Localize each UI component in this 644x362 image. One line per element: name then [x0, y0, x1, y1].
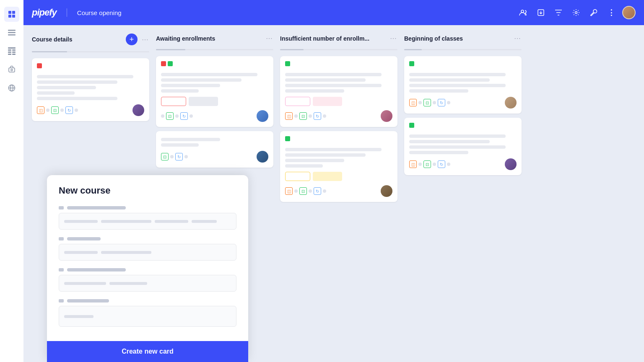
footer-icon-blue: ↻	[438, 99, 445, 106]
label-dot	[59, 299, 64, 303]
column-progress-insufficient	[280, 49, 397, 50]
card-footer: ◫ ⊡ ↻	[409, 158, 517, 170]
svg-rect-4	[8, 30, 16, 31]
form-group-2	[59, 237, 236, 261]
footer-icon-blue: ↻	[314, 112, 321, 120]
sidebar-item-globe[interactable]	[4, 80, 19, 96]
line2	[37, 80, 117, 84]
card-beginning-2[interactable]: ◫ ⊡ ↻	[404, 118, 522, 175]
svg-rect-13	[12, 54, 16, 55]
avatar-person6	[505, 97, 517, 109]
card-insufficient-1[interactable]: ◫ ⊡ ↻	[280, 56, 397, 127]
sidebar-item-automation[interactable]	[4, 62, 19, 77]
svg-point-19	[521, 10, 524, 13]
footer-icon-orange: ◫	[37, 106, 44, 114]
sidebar-item-grid[interactable]	[4, 7, 19, 22]
column-more-awaiting[interactable]: ⋯	[265, 34, 273, 43]
svg-rect-6	[8, 34, 16, 36]
form-label-row-2	[59, 237, 236, 240]
line1	[285, 73, 382, 76]
sidebar-item-table[interactable]	[4, 44, 19, 59]
people-icon[interactable]	[517, 6, 530, 19]
form-input-3[interactable]	[59, 275, 236, 292]
form-input-1[interactable]	[59, 213, 236, 230]
line2	[161, 143, 199, 147]
column-header-awaiting: Awaiting enrollments ⋯	[156, 34, 273, 45]
card-footer-1: ◫ ⊡ ↻	[37, 104, 144, 116]
card-avatar	[381, 110, 392, 122]
form-input-2[interactable]	[59, 244, 236, 261]
card-insufficient-2[interactable]: ◫ ⊡ ↻	[280, 131, 397, 202]
settings-icon[interactable]	[569, 6, 583, 19]
line3	[285, 159, 344, 162]
line1	[161, 138, 220, 141]
card-beginning-1[interactable]: ◫ ⊡ ↻	[404, 56, 522, 114]
input-placeholder	[101, 251, 151, 254]
card-awaiting-1[interactable]: ⊡ ↻	[156, 56, 273, 127]
svg-rect-5	[8, 32, 16, 34]
wrench-icon[interactable]	[587, 6, 600, 19]
card-badges	[285, 172, 392, 181]
card-content-lines	[409, 73, 517, 93]
more-vertical-icon[interactable]: ⋮	[605, 6, 618, 19]
new-card-panel: New course	[47, 175, 248, 362]
footer-dot-1	[294, 114, 298, 118]
create-new-card-button[interactable]: Create new card	[47, 341, 248, 362]
line4	[285, 164, 323, 168]
footer-icon-green: ⊡	[299, 187, 307, 195]
footer-icon-blue: ↻	[314, 187, 321, 195]
logo-area: pipefy Course opening	[32, 7, 122, 18]
line4	[37, 91, 75, 95]
footer-icons: ◫ ⊡ ↻	[409, 160, 502, 168]
column-more-beginning[interactable]: ⋯	[513, 34, 522, 43]
column-more-course-details[interactable]: ⋯	[141, 35, 149, 44]
input-placeholder	[109, 282, 147, 285]
card-content-lines	[285, 73, 392, 93]
footer-icon-blue: ↻	[438, 160, 445, 168]
svg-rect-8	[8, 49, 11, 51]
add-card-button-course-details[interactable]: +	[126, 34, 138, 45]
svg-rect-14	[9, 68, 15, 72]
card-avatar	[257, 151, 268, 163]
import-icon[interactable]	[534, 6, 548, 19]
user-avatar[interactable]	[622, 6, 636, 19]
sidebar-item-list[interactable]	[4, 25, 19, 40]
card-tags	[37, 63, 144, 72]
footer-dot-1	[294, 189, 298, 193]
card-avatar	[132, 104, 144, 116]
input-placeholder	[192, 220, 217, 223]
line5	[37, 97, 117, 100]
footer-dot-3	[323, 189, 326, 193]
line1	[37, 75, 133, 78]
avatar-image	[623, 7, 635, 18]
footer-icon-blue: ↻	[65, 106, 73, 114]
footer-dot-3	[75, 109, 78, 112]
card-awaiting-2[interactable]: ⊡ ↻	[156, 131, 273, 168]
line3	[409, 145, 506, 149]
line4	[409, 151, 468, 154]
filter-icon[interactable]	[552, 6, 565, 19]
column-header-insufficient: Insufficient number of enrollm... ⋯	[280, 34, 397, 45]
avatar-person7	[505, 158, 517, 170]
footer-dot-1	[418, 163, 422, 166]
svg-rect-10	[8, 52, 11, 53]
card-content-lines	[285, 148, 392, 168]
svg-point-21	[575, 12, 577, 14]
label-dot	[59, 237, 64, 240]
footer-icons: ◫ ⊡ ↻	[285, 112, 378, 120]
footer-icons: ◫ ⊡ ↻	[285, 187, 378, 195]
column-title-beginning: Beginning of classes	[404, 35, 510, 42]
input-placeholder	[101, 220, 151, 223]
form-group-1	[59, 206, 236, 230]
column-more-insufficient[interactable]: ⋯	[389, 34, 397, 43]
footer-dot-2	[309, 189, 312, 193]
badge-yellow-light	[313, 172, 342, 181]
column-beginning-of-classes: Beginning of classes ⋯	[404, 34, 522, 362]
footer-icon-orange: ◫	[285, 112, 293, 120]
card-badges	[161, 97, 268, 106]
tag-green	[409, 123, 414, 128]
card-course-details-1[interactable]: ◫ ⊡ ↻	[32, 58, 149, 121]
form-input-4[interactable]	[59, 306, 236, 327]
tag-green	[285, 136, 290, 141]
line1	[285, 148, 382, 151]
